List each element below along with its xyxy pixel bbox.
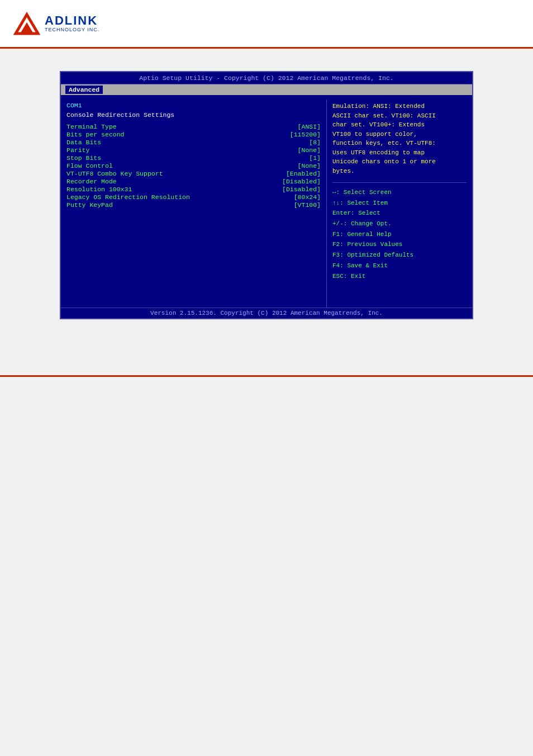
bios-setting-value: [8] [309,139,321,146]
bios-hotkey-line: F4: Save & Exit [332,261,467,271]
bios-setting-value: [None] [298,147,321,154]
bios-setting-value: [VT100] [294,201,321,209]
bios-setting-value: [Disabled] [282,186,321,193]
bios-setting-label: Bits per second [66,131,125,138]
bios-setting-label: Terminal Type [66,123,117,130]
bios-left-panel: COM1 Console Redirection Settings Termin… [61,100,327,308]
main-content: Aptio Setup Utility - Copyright (C) 2012… [0,49,533,342]
bios-window: Aptio Setup Utility - Copyright (C) 2012… [60,71,473,319]
bios-setting-value: [None] [298,162,321,169]
bios-setting-row[interactable]: Legacy OS Redirection Resolution[80x24] [66,193,321,201]
bios-hotkey-line: F2: Previous Values [332,239,467,250]
bios-setting-value: [115200] [290,131,321,138]
bios-setting-label: Resolution 100x31 [66,186,132,193]
footer-line [0,375,533,377]
bios-setting-row[interactable]: Flow Control[None] [66,162,321,169]
bios-setting-label: Stop Bits [66,154,101,162]
bios-hotkey-line: Enter: Select [332,208,467,219]
bios-setting-label: Putty KeyPad [66,201,113,209]
bios-setting-label: Recorder Mode [66,178,117,185]
bios-hotkey-line: ESC: Exit [332,271,467,282]
bios-title-text: Aptio Setup Utility - Copyright (C) 2012… [139,74,393,82]
bios-setting-row[interactable]: Putty KeyPad[VT100] [66,201,321,209]
bios-setting-value: [1] [309,154,321,162]
bios-setting-value: [Disabled] [282,178,321,185]
bios-hotkey-line: +/-: Change Opt. [332,219,467,229]
bios-footer: Version 2.15.1236. Copyright (C) 2012 Am… [61,308,472,318]
bios-setting-value: [Enabled] [286,170,321,177]
bios-setting-row[interactable]: Bits per second[115200] [66,131,321,138]
bios-footer-text: Version 2.15.1236. Copyright (C) 2012 Am… [150,310,383,316]
bios-setting-row[interactable]: Terminal Type[ANSI] [66,123,321,130]
bios-menu-advanced[interactable]: Advanced [65,86,103,94]
header: ADLINK TECHNOLOGY INC. [0,0,533,49]
bios-body: COM1 Console Redirection Settings Termin… [61,95,472,308]
bios-hotkey-line: ↑↓: Select Item [332,198,467,209]
bios-setting-label: Flow Control [66,162,113,169]
adlink-logo-icon [13,10,40,37]
bios-setting-row[interactable]: Stop Bits[1] [66,154,321,162]
bios-hotkey-line: F3: Optimized Defaults [332,250,467,261]
bios-hotkeys: ↔: Select Screen↑↓: Select ItemEnter: Se… [332,187,467,281]
bios-hotkey-line: ↔: Select Screen [332,187,467,198]
bios-setting-row[interactable]: Resolution 100x31[Disabled] [66,186,321,193]
bios-settings-list: Terminal Type[ANSI]Bits per second[11520… [66,123,321,209]
bios-right-panel: Emulation: ANSI: Extended ASCII char set… [327,100,472,308]
bios-setting-row[interactable]: Data Bits[8] [66,139,321,146]
bios-section-title: COM1 [66,102,321,109]
bios-setting-label: Data Bits [66,139,101,146]
bios-setting-label: Legacy OS Redirection Resolution [66,193,190,201]
logo-text: ADLINK TECHNOLOGY INC. [45,14,99,33]
bios-setting-label: VT-UTF8 Combo Key Support [66,170,163,177]
bios-title-bar: Aptio Setup Utility - Copyright (C) 2012… [61,72,472,84]
logo-adlink-text: ADLINK [45,14,99,27]
bios-help-text: Emulation: ANSI: Extended ASCII char set… [332,102,467,176]
bios-setting-value: [ANSI] [298,123,321,130]
bios-setting-row[interactable]: Parity[None] [66,147,321,154]
bios-setting-label: Parity [66,147,89,154]
logo-subtitle-text: TECHNOLOGY INC. [45,27,99,33]
bios-divider [332,182,467,183]
bios-setting-row[interactable]: VT-UTF8 Combo Key Support[Enabled] [66,170,321,177]
bios-setting-value: [80x24] [294,193,321,201]
logo-container: ADLINK TECHNOLOGY INC. [13,10,99,37]
bios-menu-bar[interactable]: Advanced [61,84,472,95]
bios-section-subtitle: Console Redirection Settings [66,111,321,119]
bios-setting-row[interactable]: Recorder Mode[Disabled] [66,178,321,185]
bios-hotkey-line: F1: General Help [332,229,467,240]
